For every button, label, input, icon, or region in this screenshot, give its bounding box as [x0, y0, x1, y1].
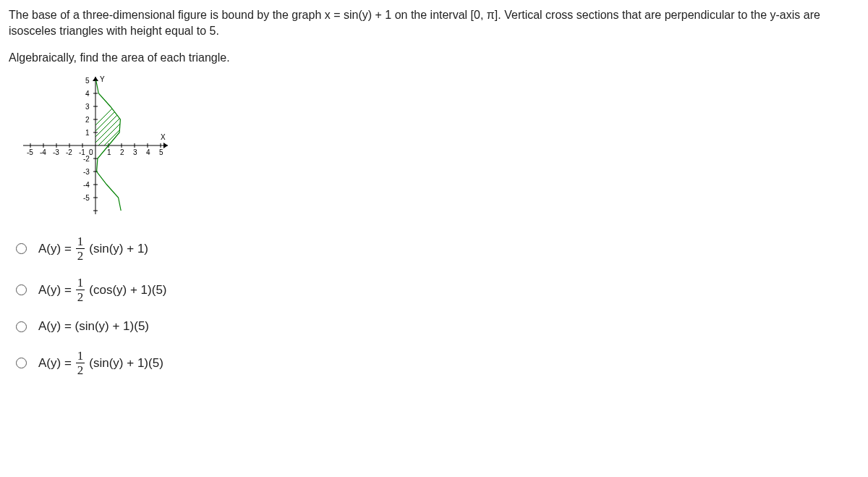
svg-text:5: 5 [85, 77, 90, 85]
svg-text:-3: -3 [53, 148, 59, 156]
svg-line-49 [103, 95, 161, 153]
svg-text:3: 3 [133, 148, 137, 156]
option-lhs: A(y) = (sin(y) + 1)(5) [38, 318, 149, 335]
radio-icon[interactable] [16, 243, 27, 254]
svg-text:-5: -5 [27, 148, 33, 156]
answer-options: A(y) = 1 2 (sin(y) + 1) A(y) = 1 2 (cos(… [9, 235, 859, 376]
radio-icon[interactable] [16, 284, 27, 295]
graph-figure: Y X -5 -4 -3 -2 -1 0 1 2 3 4 5 [16, 73, 859, 218]
question-paragraph-1: The base of a three-dimensional figure i… [9, 7, 859, 40]
option-tail: (cos(y) + 1)(5) [89, 282, 166, 299]
svg-text:-4: -4 [83, 181, 90, 189]
svg-line-50 [68, 95, 126, 153]
shaded-region [68, 95, 161, 153]
svg-text:1: 1 [107, 148, 111, 156]
svg-marker-1 [163, 143, 168, 148]
option-lhs: A(y) = [38, 355, 72, 372]
svg-text:4: 4 [146, 148, 150, 156]
fraction: 1 2 [76, 350, 85, 376]
fraction: 1 2 [76, 277, 85, 303]
option-lhs: A(y) = [38, 282, 72, 299]
svg-line-48 [97, 95, 155, 153]
option-tail: (sin(y) + 1) [89, 240, 148, 258]
svg-text:-2: -2 [66, 148, 72, 156]
x-axis-label: X [161, 133, 166, 141]
option-a[interactable]: A(y) = 1 2 (sin(y) + 1) [16, 235, 859, 262]
svg-text:3: 3 [85, 103, 90, 111]
radio-icon[interactable] [16, 358, 27, 368]
svg-text:2: 2 [120, 148, 124, 156]
option-lhs: A(y) = [38, 240, 72, 258]
svg-text:-2: -2 [83, 155, 90, 163]
svg-text:5: 5 [159, 148, 163, 156]
option-b[interactable]: A(y) = 1 2 (cos(y) + 1)(5) [16, 277, 859, 303]
option-d[interactable]: A(y) = 1 2 (sin(y) + 1)(5) [16, 350, 859, 376]
question-paragraph-2: Algebraically, find the area of each tri… [9, 50, 859, 66]
radio-icon[interactable] [16, 321, 27, 332]
svg-text:2: 2 [85, 116, 90, 124]
y-axis-label: Y [100, 75, 105, 83]
fraction: 1 2 [76, 235, 85, 262]
option-c[interactable]: A(y) = (sin(y) + 1)(5) [16, 318, 859, 335]
svg-text:-4: -4 [40, 148, 46, 156]
option-tail: (sin(y) + 1)(5) [89, 355, 163, 372]
svg-text:-5: -5 [83, 194, 90, 202]
svg-text:1: 1 [85, 129, 90, 137]
svg-text:-3: -3 [83, 168, 90, 176]
svg-text:4: 4 [85, 90, 90, 98]
